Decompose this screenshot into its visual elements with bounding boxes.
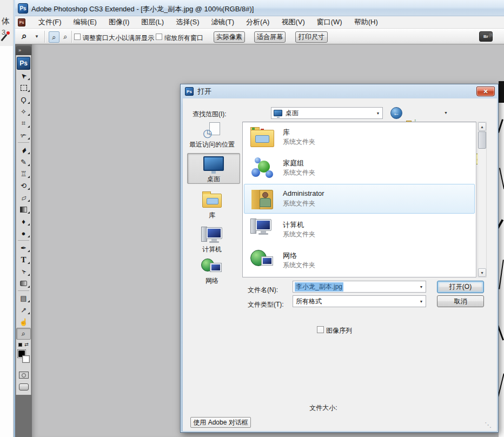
- file-row-administrator[interactable]: Administrator 系统文件夹: [243, 184, 476, 215]
- filename-value[interactable]: 李小龙_副本.jpg: [295, 282, 343, 292]
- file-list: 库 系统文件夹 家庭组 系统文件夹 Administrator 系: [242, 122, 476, 277]
- open-button[interactable]: 打开(O): [437, 281, 484, 293]
- zoom-tool[interactable]: ⌕: [16, 328, 31, 340]
- use-adobe-dialog-button[interactable]: 使用 Adobe 对话框: [190, 417, 251, 428]
- move-tool[interactable]: ➤: [16, 70, 31, 82]
- chevron-down-icon[interactable]: ▼: [374, 111, 382, 115]
- place-recent[interactable]: ◷ 最近访问的位置: [185, 122, 238, 149]
- cancel-button[interactable]: 取消: [437, 295, 484, 307]
- computer-icon: [250, 218, 275, 243]
- eraser-tool[interactable]: ▱: [16, 191, 31, 203]
- slice-tool[interactable]: ✃: [16, 129, 31, 141]
- back-button[interactable]: ←: [390, 107, 402, 119]
- views-caret-icon[interactable]: ▼: [444, 111, 448, 115]
- screen-mode-button[interactable]: [19, 383, 29, 390]
- file-row-libraries[interactable]: 库 系统文件夹: [243, 122, 476, 153]
- file-name: 计算机: [283, 220, 304, 230]
- menu-filter[interactable]: 滤镜(T): [205, 16, 240, 29]
- lasso-tool[interactable]: Ϙ: [16, 94, 31, 105]
- file-row-network[interactable]: 网络 系统文件夹: [243, 246, 476, 276]
- file-type: 系统文件夹: [283, 137, 315, 147]
- menu-window[interactable]: 窗口(W): [311, 16, 348, 29]
- tool-preset-caret-icon[interactable]: ▼: [35, 34, 39, 39]
- filesize-label: 文件大小:: [269, 403, 377, 413]
- hand-tool[interactable]: ☝: [16, 316, 31, 328]
- resize-window-checkbox[interactable]: [74, 34, 81, 40]
- file-row-computer[interactable]: 计算机 系统文件夹: [243, 215, 476, 246]
- shape-tool[interactable]: [16, 277, 31, 289]
- menu-analysis[interactable]: 分析(A): [240, 16, 275, 29]
- chevron-down-icon[interactable]: ▼: [417, 285, 426, 289]
- eyedropper-tool[interactable]: ⊸: [16, 304, 31, 316]
- menu-layer[interactable]: 图层(L): [135, 16, 170, 29]
- notes-tool[interactable]: ▤: [16, 292, 31, 304]
- network-icon: [201, 257, 223, 275]
- separator: [71, 31, 72, 43]
- menu-view[interactable]: 视图(V): [275, 16, 310, 29]
- swap-colors-icon[interactable]: ⇄: [24, 342, 29, 347]
- homegroup-icon: [250, 156, 275, 181]
- place-network[interactable]: 网络: [185, 257, 238, 286]
- image-sequence-checkbox[interactable]: [317, 326, 324, 333]
- file-type: 系统文件夹: [283, 199, 315, 208]
- background-color-swatch[interactable]: [22, 355, 30, 363]
- photoshop-logo-icon[interactable]: Ps: [17, 57, 30, 70]
- rectangular-marquee-tool[interactable]: [16, 82, 31, 94]
- spot-healing-brush-tool[interactable]: ▰: [16, 144, 31, 156]
- dialog-title: 打开: [197, 87, 211, 96]
- zoom-out-toggle[interactable]: ⌕: [60, 31, 71, 43]
- document-icon[interactable]: Ps: [18, 18, 25, 27]
- collapse-panel-chevron-icon[interactable]: »: [16, 46, 31, 55]
- place-computer[interactable]: 计算机: [185, 226, 238, 254]
- quick-mask-button[interactable]: [19, 372, 29, 379]
- path-selection-tool[interactable]: ➢: [16, 266, 31, 277]
- file-type: 系统文件夹: [283, 168, 315, 177]
- zoom-all-windows-checkbox[interactable]: [156, 34, 162, 40]
- scrollbar-thumb[interactable]: [478, 131, 486, 149]
- zoom-all-windows-checkbox-label[interactable]: 缩放所有窗口: [164, 34, 203, 43]
- image-sequence-label[interactable]: 图像序列: [326, 326, 352, 335]
- close-button[interactable]: ✕: [476, 87, 495, 96]
- quick-selection-tool[interactable]: ✧: [16, 105, 31, 117]
- default-colors-icon[interactable]: [18, 343, 22, 347]
- resize-grip[interactable]: ⋱: [485, 421, 492, 429]
- place-libraries-label: 库: [185, 211, 238, 220]
- chevron-down-icon[interactable]: ▼: [417, 300, 426, 303]
- menu-edit[interactable]: 编辑(E): [68, 16, 103, 29]
- filename-label: 文件名(N):: [248, 286, 278, 295]
- scroll-down-arrow[interactable]: ▼: [478, 268, 486, 277]
- zoom-in-toggle[interactable]: ⌕: [49, 31, 59, 43]
- crop-tool[interactable]: ⌗: [16, 117, 31, 129]
- filetype-label: 文件类型(T):: [248, 300, 284, 309]
- menu-image[interactable]: 图像(I): [103, 16, 135, 29]
- filetype-combobox[interactable]: 所有格式 ▼: [293, 295, 426, 307]
- fit-screen-button[interactable]: 适合屏幕: [254, 31, 286, 43]
- actual-pixels-button[interactable]: 实际像素: [214, 31, 245, 43]
- pen-tool[interactable]: ✒: [16, 242, 31, 254]
- print-size-button[interactable]: 打印尺寸: [295, 31, 328, 43]
- tool-divider: [18, 142, 29, 143]
- menu-select[interactable]: 选择(S): [170, 16, 205, 29]
- file-row-homegroup[interactable]: 家庭组 系统文件夹: [243, 153, 476, 184]
- dodge-tool[interactable]: ●: [16, 227, 31, 239]
- history-brush-tool[interactable]: ⟲: [16, 180, 31, 191]
- menu-file[interactable]: 文件(F): [32, 16, 68, 29]
- lookin-combobox[interactable]: 桌面 ▼: [271, 107, 383, 119]
- desktop-mini-icon: [274, 110, 282, 116]
- menu-help[interactable]: 帮助(H): [348, 16, 384, 29]
- place-desktop[interactable]: 桌面: [187, 153, 240, 184]
- blur-tool[interactable]: ♦: [16, 215, 31, 227]
- file-list-scrollbar[interactable]: ▲ ▼: [478, 122, 487, 277]
- gradient-tool[interactable]: [16, 203, 31, 215]
- scroll-up-arrow[interactable]: ▲: [478, 122, 486, 131]
- libraries-folder-icon: [250, 125, 275, 150]
- bridge-magnifier-icon: ⌕: [489, 30, 494, 39]
- resize-window-checkbox-label[interactable]: 调整窗口大小以满屏显示: [83, 34, 154, 43]
- dialog-title-bar[interactable]: Ps 打开: [181, 84, 498, 98]
- type-tool[interactable]: T: [16, 254, 31, 266]
- filename-combobox[interactable]: 李小龙_副本.jpg ▼: [293, 281, 426, 293]
- zoom-tool-icon[interactable]: ⌕: [22, 31, 27, 42]
- clone-stamp-tool[interactable]: ♖: [16, 168, 31, 180]
- brush-tool[interactable]: ✎: [16, 156, 31, 168]
- place-libraries[interactable]: 库: [185, 194, 238, 220]
